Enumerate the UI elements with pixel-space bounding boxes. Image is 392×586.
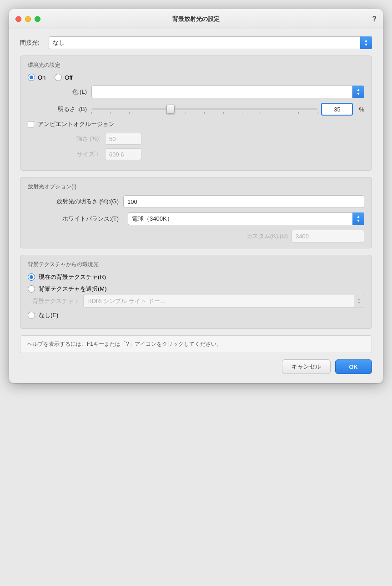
ok-button[interactable]: OK <box>335 359 372 374</box>
none-label: なし(E) <box>39 311 58 319</box>
texture-arrows: ▲ ▼ <box>354 295 364 308</box>
brightness-slider-track[interactable] <box>91 108 317 110</box>
white-balance-row: ホワイトバランス:(T) 電球（3400K） ▲ ▼ <box>28 212 364 225</box>
on-radio-label: On <box>38 74 45 81</box>
strength-label: 強さ (%): <box>41 135 101 143</box>
current-texture-radio-row: 現在の背景テクスチャ(R) <box>28 273 364 281</box>
ambient-section-title: 環境光の設定 <box>28 61 364 69</box>
ao-checkbox-row: アンビエントオクルージョン <box>28 120 364 128</box>
custom-field-row: カスタム(K):(U) <box>28 230 364 242</box>
background-section-title: 背景テクスチャからの環境光 <box>28 261 364 268</box>
slider-ticks <box>91 112 317 114</box>
minimize-button[interactable] <box>25 16 31 22</box>
off-radio-label: Off <box>65 74 72 81</box>
texture-select: HDRI シンプル ライト ドー… ▲ ▼ <box>83 295 364 308</box>
size-label: サイズ： <box>41 150 101 158</box>
texture-field-label: 背景テクスチャ： <box>32 297 80 305</box>
off-radio-circle[interactable] <box>55 74 62 81</box>
select-texture-radio-circle[interactable] <box>28 285 35 293</box>
indirect-light-label: 間接光: <box>20 39 40 47</box>
white-balance-select-wrapper: 電球（3400K） ▲ ▼ <box>128 212 364 225</box>
size-input <box>105 148 141 160</box>
color-label: 色:(L) <box>28 88 87 96</box>
indirect-light-value[interactable]: なし <box>49 36 372 49</box>
indirect-light-select-wrapper: なし ▲ ▼ <box>49 36 372 49</box>
help-bar: ヘルプを表示するには、F1キーまたは「?」アイコンをクリックしてください。 <box>20 335 372 353</box>
cancel-button[interactable]: キャンセル <box>282 359 331 374</box>
size-field-row: サイズ： <box>41 148 364 160</box>
custom-label: カスタム(K):(U) <box>246 232 288 240</box>
titlebar: 背景放射光の設定 ? <box>9 9 383 29</box>
ao-sub-fields: 強さ (%): サイズ： <box>28 133 364 160</box>
radiosity-section-title: 放射光オプション(I) <box>28 183 364 191</box>
help-text: ヘルプを表示するには、F1キーまたは「?」アイコンをクリックしてください。 <box>27 341 222 347</box>
radiosity-brightness-input[interactable] <box>123 195 364 208</box>
strength-field-row: 強さ (%): <box>41 133 364 145</box>
current-texture-label: 現在の背景テクスチャ(R) <box>39 273 106 281</box>
on-off-radio-row: On Off <box>28 74 364 81</box>
radiosity-section: 放射光オプション(I) 放射光の明るさ (%):(G) ホワイトバランス:(T)… <box>20 177 372 248</box>
button-row: キャンセル OK <box>20 359 372 376</box>
none-radio-circle[interactable] <box>28 312 35 319</box>
color-field-wrapper: ▲ ▼ <box>91 86 364 98</box>
maximize-button[interactable] <box>35 16 40 22</box>
main-window: 背景放射光の設定 ? 間接光: なし ▲ ▼ 環境光の設定 On <box>9 9 383 383</box>
texture-value: HDRI シンプル ライト ドー… <box>83 295 354 308</box>
ao-label: アンビエントオクルージョン <box>38 120 115 128</box>
radiosity-brightness-label: 放射光の明るさ (%):(G) <box>28 197 119 206</box>
none-radio-row: なし(E) <box>28 311 364 319</box>
on-radio-circle[interactable] <box>28 74 35 81</box>
background-section: 背景テクスチャからの環境光 現在の背景テクスチャ(R) 背景テクスチャを選択(M… <box>20 255 372 329</box>
color-field-row: 色:(L) ▲ ▼ <box>28 86 364 98</box>
help-icon[interactable]: ? <box>372 15 377 23</box>
ao-checkbox[interactable] <box>28 121 34 127</box>
brightness-unit: % <box>359 106 364 113</box>
brightness-label: 明るさ :(B) <box>28 105 87 113</box>
custom-input <box>291 230 364 242</box>
white-balance-value[interactable]: 電球（3400K） <box>128 212 364 225</box>
select-texture-label: 背景テクスチャを選択(M) <box>39 285 107 293</box>
strength-input <box>105 133 141 145</box>
texture-combo-wrapper: 背景テクスチャ： HDRI シンプル ライト ドー… ▲ ▼ <box>28 295 364 308</box>
select-texture-radio-row: 背景テクスチャを選択(M) <box>28 285 364 293</box>
slider-wrapper: % <box>91 103 364 116</box>
off-radio[interactable]: Off <box>55 74 72 81</box>
white-balance-label: ホワイトバランス:(T) <box>28 215 119 223</box>
close-button[interactable] <box>15 16 21 22</box>
on-radio[interactable]: On <box>28 74 45 81</box>
current-texture-radio-circle[interactable] <box>28 273 35 281</box>
color-input[interactable] <box>91 86 352 98</box>
dialog-content: 間接光: なし ▲ ▼ 環境光の設定 On Off <box>9 29 383 383</box>
ambient-section: 環境光の設定 On Off 色:(L) ▲ <box>20 56 372 171</box>
radiosity-brightness-row: 放射光の明るさ (%):(G) <box>28 195 364 208</box>
brightness-value-input[interactable] <box>321 103 353 116</box>
traffic-lights <box>15 16 40 22</box>
window-title: 背景放射光の設定 <box>172 15 220 23</box>
color-arrows[interactable]: ▲ ▼ <box>352 86 364 98</box>
brightness-field-row: 明るさ :(B) % <box>28 103 364 116</box>
indirect-light-row: 間接光: なし ▲ ▼ <box>20 36 372 49</box>
